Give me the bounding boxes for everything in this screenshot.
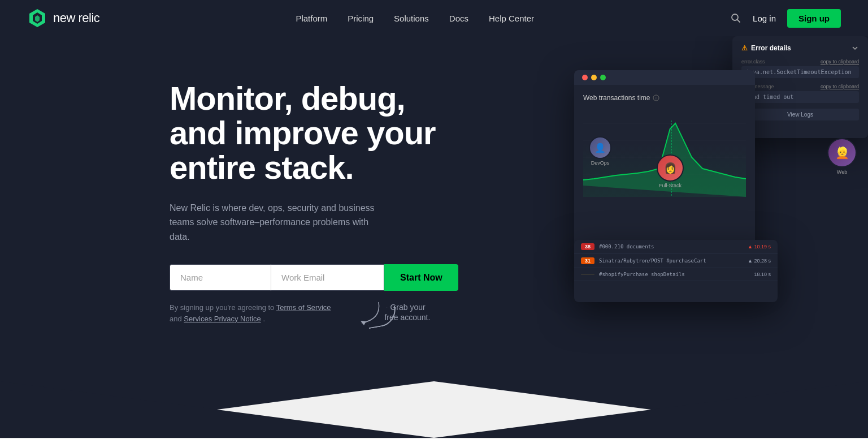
fullstack-avatar: 👩 bbox=[657, 154, 684, 182]
nav-help-center[interactable]: Help Center bbox=[489, 14, 534, 23]
trace-time-1: ▲ 10.19 s bbox=[748, 244, 771, 249]
start-now-button[interactable]: Start Now bbox=[384, 264, 458, 291]
hero-subtext: New Relic is where dev, ops, security an… bbox=[170, 201, 384, 244]
signup-button[interactable]: Sign up bbox=[787, 9, 841, 28]
trace-badge-3 bbox=[581, 274, 594, 275]
error-message-value: Read timed out bbox=[741, 91, 859, 103]
navbar: new relic Platform Pricing Solutions Doc… bbox=[0, 0, 868, 36]
logo-text: new relic bbox=[53, 11, 99, 25]
error-message-row: error.message copy to clipboard Read tim… bbox=[741, 84, 859, 103]
devops-label: DevOps bbox=[589, 160, 611, 166]
new-relic-logo-icon bbox=[27, 8, 47, 28]
nav-links: Platform Pricing Solutions Docs Help Cen… bbox=[296, 14, 534, 23]
dashboard-mockup: ⚠ Error details error.class copy to clip… bbox=[574, 36, 868, 302]
search-icon[interactable] bbox=[730, 12, 741, 24]
legal-and: and bbox=[170, 315, 184, 323]
svg-line-4 bbox=[737, 20, 740, 23]
error-title: ⚠ Error details bbox=[741, 44, 791, 52]
hero-legal-wrapper: By signing up you're agreeing to Terms o… bbox=[170, 302, 441, 324]
dot-red bbox=[582, 75, 588, 80]
email-input[interactable] bbox=[271, 264, 384, 291]
svg-text:i: i bbox=[656, 96, 657, 101]
hero-legal: By signing up you're agreeing to Terms o… bbox=[170, 302, 333, 324]
nav-platform[interactable]: Platform bbox=[296, 14, 327, 23]
nav-right: Log in Sign up bbox=[730, 9, 841, 28]
privacy-link[interactable]: Services Privacy Notice bbox=[184, 315, 261, 323]
legal-text-before: By signing up you're agreeing to bbox=[170, 303, 276, 312]
trace-panel: 38 #000.210 documents ▲ 10.19 s 31 Sinat… bbox=[574, 240, 778, 302]
main-chart-panel: Web transactions time i bbox=[574, 70, 755, 268]
copy-class-link[interactable]: copy to clipboard bbox=[821, 59, 859, 64]
hero-heading: Monitor, debug, and improve your entire … bbox=[170, 81, 441, 185]
legal-period: . bbox=[263, 315, 265, 323]
chart-area: 👤 DevOps 👩 Full-Stack bbox=[583, 106, 746, 197]
chart-title: Web transactions time i bbox=[583, 94, 746, 102]
hero-form: Start Now bbox=[170, 264, 441, 291]
hero-bottom-shape bbox=[0, 381, 868, 438]
copy-message-link[interactable]: copy to clipboard bbox=[821, 84, 859, 89]
dot-green bbox=[600, 75, 606, 80]
trace-name-2: Sinatra/Rubytron/POST #purchaseCart bbox=[599, 258, 743, 264]
grab-free-account-text: Grab your free account. bbox=[384, 303, 430, 322]
web-label: Web bbox=[827, 169, 857, 175]
web-avatar-container: 👱 Web bbox=[827, 138, 857, 175]
tos-link[interactable]: Terms of Service bbox=[276, 303, 331, 312]
dash-header bbox=[574, 70, 755, 85]
error-class-row: error.class copy to clipboard java.net.S… bbox=[741, 59, 859, 78]
devops-avatar: 👤 bbox=[589, 136, 611, 159]
dot-yellow bbox=[591, 75, 597, 80]
web-avatar: 👱 bbox=[827, 138, 857, 167]
chevron-down-icon bbox=[851, 44, 859, 52]
trace-time-2: ▲ 20.28 s bbox=[748, 258, 771, 264]
nav-solutions[interactable]: Solutions bbox=[394, 14, 429, 23]
warning-icon: ⚠ bbox=[741, 44, 748, 52]
error-class-value: java.net.SocketTimeoutException bbox=[741, 66, 859, 78]
view-logs-button[interactable]: View Logs bbox=[741, 109, 859, 120]
login-link[interactable]: Log in bbox=[753, 14, 776, 23]
trace-badge-2: 31 bbox=[581, 257, 594, 264]
trace-time-3: 18.10 s bbox=[754, 272, 771, 277]
trace-badge-1: 38 bbox=[581, 243, 594, 250]
trace-row-3: #shopifyPurchase shopDetails 18.10 s bbox=[574, 268, 778, 281]
trace-name-3: #shopifyPurchase shopDetails bbox=[599, 272, 749, 277]
logo-link[interactable]: new relic bbox=[27, 8, 99, 28]
dash-content: Web transactions time i bbox=[574, 85, 755, 206]
svg-marker-5 bbox=[361, 321, 366, 325]
hero-section: Monitor, debug, and improve your entire … bbox=[0, 36, 868, 376]
nav-docs[interactable]: Docs bbox=[449, 14, 468, 23]
info-icon: i bbox=[653, 94, 659, 101]
nav-pricing[interactable]: Pricing bbox=[348, 14, 374, 23]
error-panel-header: ⚠ Error details bbox=[741, 44, 859, 52]
trace-name-1: #000.210 documents bbox=[599, 244, 743, 249]
name-input[interactable] bbox=[170, 264, 271, 291]
trace-row-1: 38 #000.210 documents ▲ 10.19 s bbox=[574, 240, 778, 254]
trace-row-2: 31 Sinatra/Rubytron/POST #purchaseCart ▲… bbox=[574, 254, 778, 268]
hero-left: Monitor, debug, and improve your entire … bbox=[170, 70, 441, 324]
fullstack-label: Full-Stack bbox=[657, 183, 684, 188]
